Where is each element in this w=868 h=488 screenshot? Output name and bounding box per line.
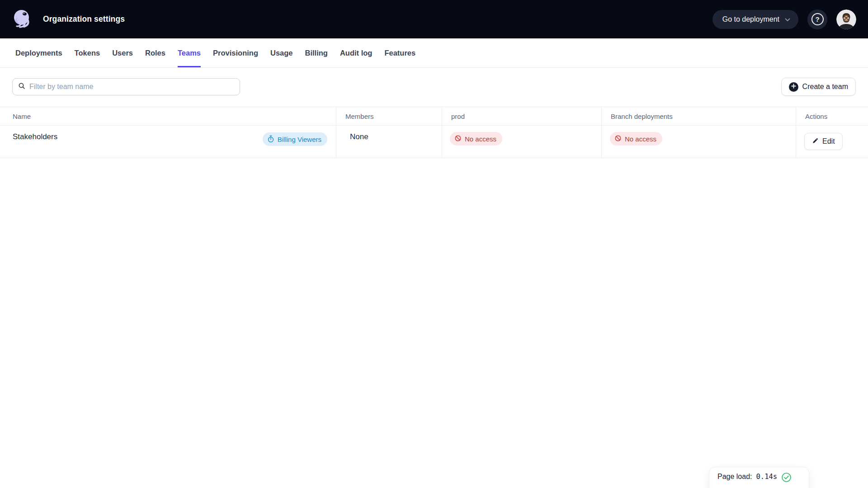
branch-access-label: No access <box>625 136 656 142</box>
no-entry-icon <box>614 135 622 143</box>
tab-deployments[interactable]: Deployments <box>15 38 62 67</box>
team-name: Stakeholders <box>13 132 57 141</box>
create-team-label: Create a team <box>802 83 848 91</box>
page-load-popover: Page load: 0.14s <box>709 467 809 488</box>
column-header-members: Members <box>336 107 442 126</box>
table-row-branch-cell: No access <box>601 126 796 158</box>
tab-teams[interactable]: Teams <box>178 38 201 67</box>
tab-billing[interactable]: Billing <box>305 38 328 67</box>
tab-provisioning[interactable]: Provisioning <box>213 38 258 67</box>
tab-users[interactable]: Users <box>112 38 133 67</box>
table-row-members-cell: None <box>336 126 442 158</box>
octopus-logo-icon <box>12 9 33 30</box>
go-to-deployment-button[interactable]: Go to deployment <box>712 10 798 29</box>
team-filter-input[interactable] <box>29 83 234 91</box>
go-to-deployment-label: Go to deployment <box>722 15 779 23</box>
create-team-button[interactable]: Create a team <box>781 78 856 96</box>
column-header-name: Name <box>0 107 336 126</box>
no-entry-icon <box>454 135 462 143</box>
help-button[interactable]: ? <box>807 9 827 29</box>
prod-access-badge: No access <box>450 132 502 145</box>
settings-tab-nav: Deployments Tokens Users Roles Teams Pro… <box>0 38 868 68</box>
prod-access-label: No access <box>465 136 496 142</box>
tab-audit-log[interactable]: Audit log <box>340 38 372 67</box>
table-row-name-cell: Stakeholders Billing Viewers <box>0 126 336 158</box>
stopwatch-icon <box>267 135 274 144</box>
column-header-actions: Actions <box>796 107 868 126</box>
page-title: Organization settings <box>43 14 125 24</box>
team-filter-box <box>12 78 240 95</box>
pencil-icon <box>812 137 819 146</box>
check-circle-icon <box>781 472 792 484</box>
tab-tokens[interactable]: Tokens <box>75 38 100 67</box>
members-value: None <box>350 132 368 141</box>
edit-button-label: Edit <box>822 137 835 145</box>
table-row-actions-cell: Edit <box>796 126 868 158</box>
edit-team-button[interactable]: Edit <box>804 133 843 150</box>
page-load-value: 0.14s <box>756 473 778 481</box>
role-badge: Billing Viewers <box>263 132 327 146</box>
tab-usage[interactable]: Usage <box>270 38 293 67</box>
tab-features[interactable]: Features <box>384 38 415 67</box>
column-header-branch-deployments: Branch deployments <box>601 107 796 126</box>
question-mark-icon: ? <box>811 13 824 25</box>
chevron-down-icon <box>785 15 790 23</box>
branch-access-badge: No access <box>610 132 662 145</box>
user-avatar[interactable] <box>836 9 856 29</box>
teams-toolbar: Create a team <box>0 68 868 107</box>
page-load-label: Page load: <box>717 473 752 481</box>
top-header: Organization settings Go to deployment ? <box>0 0 868 38</box>
table-row-prod-cell: No access <box>442 126 601 158</box>
column-header-prod: prod <box>442 107 601 126</box>
plus-circle-icon <box>789 82 798 92</box>
tab-roles[interactable]: Roles <box>145 38 165 67</box>
role-badge-label: Billing Viewers <box>278 136 321 143</box>
search-icon <box>18 82 25 91</box>
teams-table: Name Members prod Branch deployments Act… <box>0 107 868 158</box>
